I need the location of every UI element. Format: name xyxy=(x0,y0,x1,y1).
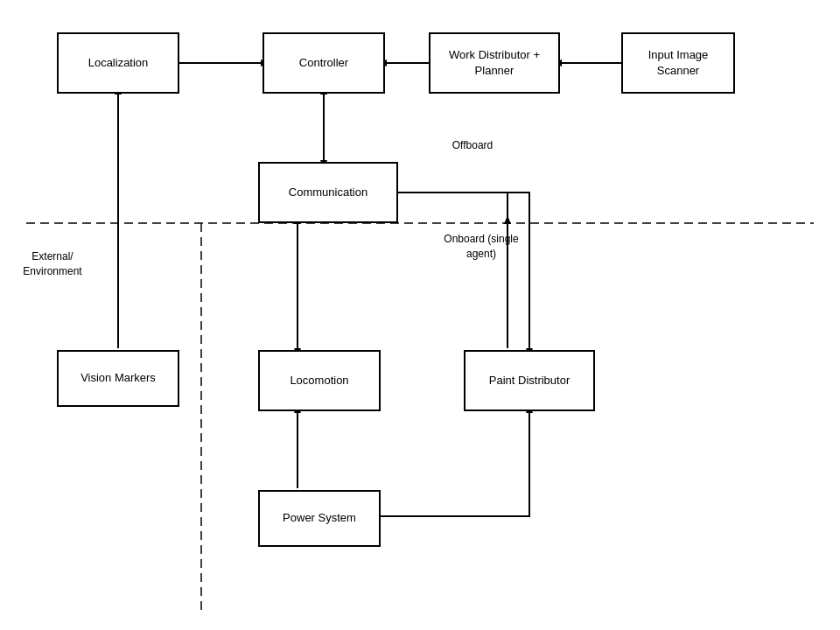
work-distributor-box: Work Distributor +Planner xyxy=(429,32,560,94)
power-system-label: Power System xyxy=(283,510,356,526)
localization-label: Localization xyxy=(88,55,149,71)
work-distributor-label: Work Distributor +Planner xyxy=(449,47,540,79)
onboard-label: Onboard (singleagent) xyxy=(429,232,534,262)
vision-markers-label: Vision Markers xyxy=(80,370,156,386)
arrows-svg xyxy=(0,0,840,630)
paint-distributor-box: Paint Distributor xyxy=(464,350,595,411)
locomotion-label: Locomotion xyxy=(290,373,348,388)
communication-label: Communication xyxy=(289,185,368,200)
svg-marker-15 xyxy=(504,215,511,224)
input-scanner-label: Input ImageScanner xyxy=(648,47,709,79)
communication-box: Communication xyxy=(258,162,398,223)
power-system-box: Power System xyxy=(258,490,381,547)
controller-box: Controller xyxy=(262,32,385,94)
locomotion-box: Locomotion xyxy=(258,350,381,411)
vision-markers-box: Vision Markers xyxy=(57,350,179,407)
paint-distributor-label: Paint Distributor xyxy=(489,373,570,388)
controller-label: Controller xyxy=(299,55,348,71)
localization-box: Localization xyxy=(57,32,179,94)
offboard-label: Offboard xyxy=(429,138,516,153)
diagram-canvas: Localization Controller Work Distributor… xyxy=(0,0,840,630)
input-scanner-box: Input ImageScanner xyxy=(621,32,735,94)
external-label: External/Environment xyxy=(13,249,92,279)
